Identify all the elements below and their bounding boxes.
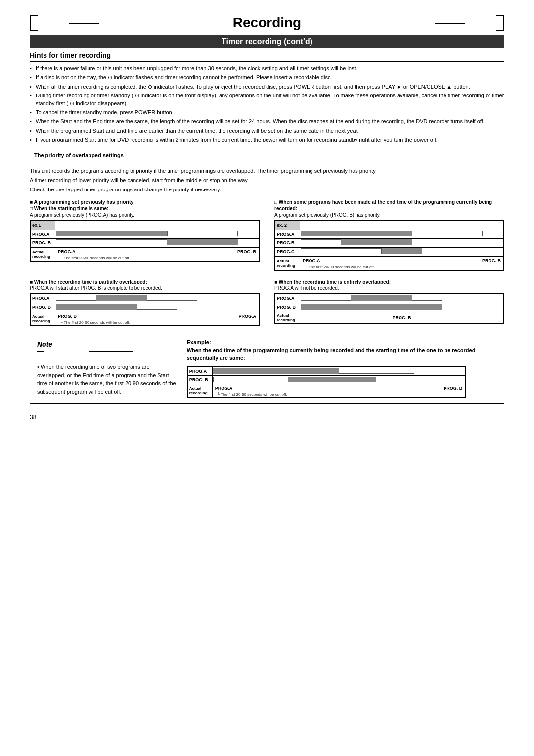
diagrams-row-1: ■ A programming set previously has prior…	[30, 199, 504, 271]
note-box: Note ...................................…	[30, 334, 504, 404]
diagram1-footer: PROG.A PROG. B	[56, 248, 258, 255]
diagram3-footer: PROG. B PROG.A	[56, 313, 258, 320]
diagram2-proga-row: PROG.A	[275, 230, 504, 238]
hint-item-6: When the Start and the End time are the …	[30, 118, 504, 125]
title-wrapper: Recording	[30, 15, 504, 31]
diagram2-progc-row: PROG.C	[275, 247, 504, 256]
diagram2-actual-row: Actual recording PROG.A PROG. B The firs…	[275, 256, 504, 270]
priority-desc3: Check the overlapped timer programmings …	[30, 186, 504, 193]
priority-desc2: A timer recording of lower priority will…	[30, 177, 504, 184]
note-right-content: Example: When the end time of the progra…	[187, 339, 497, 399]
diagram4-progb-row: PROG. B	[275, 303, 504, 312]
page-number: 38	[30, 414, 504, 421]
diagram4-footer: PROG. B	[301, 314, 503, 321]
diagram3-heading: ■ When the recording time is partially o…	[30, 279, 260, 291]
note-text: • When the recording time of two program…	[37, 363, 177, 396]
diagram1-actual-row: Actual recording PROG.A PROG. B The firs…	[31, 247, 259, 261]
diagram1-proga-row: PROG.A	[31, 230, 259, 238]
example-subtitle: When the end time of the programming cur…	[187, 347, 497, 362]
hint-item-8: If your programmed Start time for DVD re…	[30, 136, 504, 143]
note-actual-row: Actual recording PROG.A PROG. B The firs…	[187, 384, 465, 398]
subsection-header: Hints for timer recording	[30, 51, 504, 62]
hint-item-1: If there is a power failure or this unit…	[30, 65, 504, 72]
diagram1-ex-label: ex.1	[31, 221, 55, 230]
diagram4-heading: ■ When the recording time is entirely ov…	[274, 279, 504, 291]
diagram2-ex-label: ex. 2	[275, 221, 300, 230]
note-diagram: PROG.A PROG. B Actual recording PROG.A P…	[187, 366, 466, 398]
diagram4: PROG.A PROG. B Actual recording PROG. B	[274, 293, 504, 324]
diagram3: PROG.A PROG. B Actual recording PROG. B …	[30, 293, 260, 326]
note-dotted: ........................................…	[37, 355, 177, 360]
section-header: Timer recording (cont'd)	[30, 35, 504, 48]
diagram1-ex-row: ex.1	[31, 221, 259, 230]
diagram1: ex.1 PROG.A PROG. B Actual recording PRO…	[30, 220, 260, 262]
note-title: Note	[37, 339, 177, 352]
diagram2-footer: PROG.A PROG. B	[301, 257, 503, 264]
diagram1-progb-label: PROG. B	[31, 238, 55, 247]
hints-list: If there is a power failure or this unit…	[30, 65, 504, 144]
diagram-col-3: ■ When the recording time is partially o…	[30, 279, 260, 326]
priority-section: The priority of overlapped settings	[30, 149, 504, 163]
note-left-content: Note ...................................…	[37, 339, 177, 399]
hint-item-2: If a disc is not on the tray, the ⊙ indi…	[30, 74, 504, 81]
diagram2-ex-row: ex. 2	[275, 221, 504, 230]
page-title: Recording	[30, 15, 504, 31]
diagram-col-4: ■ When the recording time is entirely ov…	[274, 279, 504, 326]
diagram2-progb-row: PROG.B	[275, 238, 504, 247]
diagram1-heading: ■ A programming set previously has prior…	[30, 199, 260, 218]
priority-desc1: This unit records the programs according…	[30, 167, 504, 175]
diagram2: ex. 2 PROG.A PROG.B PROG.C Actual record…	[274, 220, 504, 271]
note-footer: PROG.A PROG. B	[213, 385, 465, 392]
note-proga-row: PROG.A	[187, 367, 465, 376]
diagram-col-2: □ When some programs have been made at t…	[274, 199, 504, 271]
diagram3-actual-row: Actual recording PROG. B PROG.A The firs…	[31, 312, 259, 325]
hint-item-4: During timer recording or timer standby …	[30, 92, 504, 107]
diagram1-proga-label: PROG.A	[31, 230, 55, 238]
diagram3-progb-row: PROG. B	[31, 303, 259, 312]
diagram1-progb-row: PROG. B	[31, 238, 259, 247]
example-title: Example:	[187, 339, 497, 345]
hint-item-5: To cancel the timer standby mode, press …	[30, 109, 504, 116]
diagram-col-1: ■ A programming set previously has prior…	[30, 199, 260, 271]
diagram2-heading: □ When some programs have been made at t…	[274, 199, 504, 218]
note-progb-row: PROG. B	[187, 376, 465, 384]
hint-item-7: When the programmed Start and End time a…	[30, 127, 504, 135]
diagrams-row-2: ■ When the recording time is partially o…	[30, 279, 504, 326]
diagram4-proga-row: PROG.A	[275, 294, 504, 303]
priority-title: The priority of overlapped settings	[34, 152, 500, 158]
diagram3-proga-row: PROG.A	[31, 294, 259, 303]
hint-item-3: When all the timer recording is complete…	[30, 83, 504, 91]
diagram4-actual-row: Actual recording PROG. B	[275, 312, 504, 323]
